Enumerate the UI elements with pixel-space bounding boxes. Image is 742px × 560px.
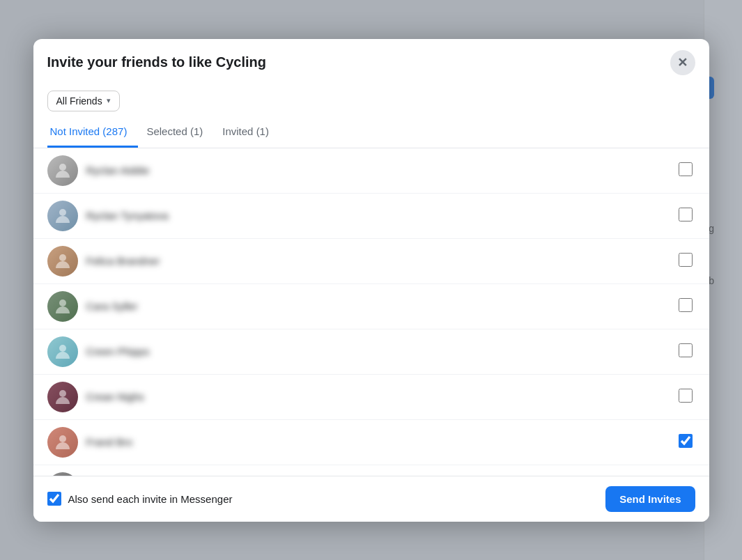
modal-footer: Also send each invite in Messenger Send … [33,476,709,522]
avatar [47,201,78,231]
close-icon: ✕ [677,55,688,70]
list-item: Ryclan Tynyatova [33,194,709,239]
tab-not-invited[interactable]: Not Invited (287) [47,118,139,148]
person-silhouette-icon [53,387,72,407]
list-item: Felica Brandner [33,239,709,284]
tab-selected[interactable]: Selected (1) [144,118,214,148]
avatar [47,427,78,458]
friend-name: Ryclan Aiddie [86,164,679,176]
list-item: Frand Bro [33,420,709,465]
tab-not-invited-label: Not Invited (287) [50,125,127,137]
friend-select-checkbox[interactable] [679,389,693,403]
friend-name: Cara Syller [86,300,679,312]
friend-name: Crean Nighs [86,391,679,403]
send-invites-label: Send Invites [619,493,681,505]
list-item: Crean Nighs [33,375,709,420]
svg-point-1 [59,209,66,216]
messenger-checkbox[interactable] [47,492,61,506]
tabs-row: Not Invited (287) Selected (1) Invited (… [33,118,709,148]
send-invites-button[interactable]: Send Invites [605,486,695,512]
svg-point-0 [59,164,66,171]
checkbox-wrap [679,434,695,451]
messenger-label: Also send each invite in Messenger [68,493,233,505]
list-item: Derrit Gyris [33,465,709,476]
avatar [47,246,78,277]
friend-name: Ryclan Tynyatova [86,210,679,221]
checkbox-wrap [679,162,695,179]
checkbox-wrap [679,389,695,405]
messenger-check-label[interactable]: Also send each invite in Messenger [47,492,606,506]
tab-invited[interactable]: Invited (1) [219,118,280,148]
all-friends-dropdown[interactable]: All Friends ▾ [47,91,120,111]
avatar [47,291,78,322]
friend-select-checkbox[interactable] [679,298,693,312]
checkbox-wrap [679,298,695,315]
person-silhouette-icon [53,297,72,316]
friend-name: Felica Brandner [86,255,679,267]
svg-point-2 [59,254,66,261]
friend-select-checkbox[interactable] [679,253,693,267]
person-silhouette-icon [53,342,72,361]
modal-title: Invite your friends to like Cycling [47,54,267,70]
friend-select-checkbox[interactable] [679,434,693,448]
invite-modal: Invite your friends to like Cycling ✕ Al… [33,39,709,522]
person-silhouette-icon [53,206,72,226]
friend-select-checkbox[interactable] [679,162,693,176]
friend-select-checkbox[interactable] [679,208,693,221]
avatar [47,155,78,186]
svg-point-6 [59,435,66,442]
list-item: Creen Phipps [33,329,709,375]
close-button[interactable]: ✕ [670,50,695,75]
checkbox-wrap [679,208,695,224]
friends-list: Ryclan Aiddie Ryclan Tynyatova Felica Br… [33,148,709,476]
friend-select-checkbox[interactable] [679,343,693,357]
list-item: Cara Syller [33,284,709,329]
checkbox-wrap [679,343,695,360]
svg-point-3 [59,300,66,306]
checkbox-wrap [679,253,695,270]
friend-name: Frand Bro [86,436,679,448]
tab-invited-label: Invited (1) [222,125,269,137]
person-silhouette-icon [53,161,72,180]
list-item: Ryclan Aiddie [33,148,709,194]
modal-header: Invite your friends to like Cycling ✕ [33,39,709,85]
svg-point-4 [59,345,66,352]
person-silhouette-icon [53,433,72,452]
tab-selected-label: Selected (1) [146,125,203,137]
chevron-down-icon: ▾ [107,96,111,105]
person-silhouette-icon [53,251,72,271]
avatar [47,336,78,367]
friend-name: Creen Phipps [86,345,679,357]
dropdown-label: All Friends [56,95,102,107]
avatar [47,382,78,412]
svg-point-5 [59,390,66,397]
filter-row: All Friends ▾ [33,85,709,111]
